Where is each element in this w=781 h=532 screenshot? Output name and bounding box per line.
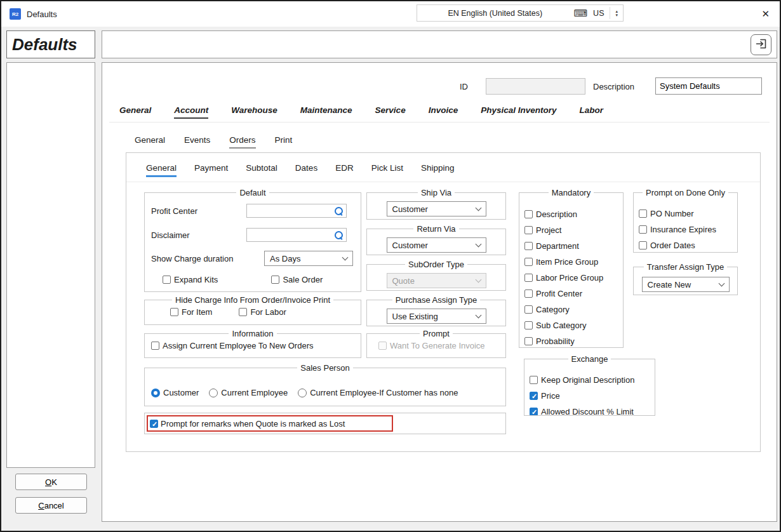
highlight-annotation: Prompt for remarks when Quote is marked … [147,415,393,432]
lost-quote-box: Prompt for remarks when Quote is marked … [144,413,506,434]
purchase-assign-type-group-title: Purchase Assign Type [392,295,480,305]
left-list-panel [6,62,95,468]
sale-order-label: Sale Order [283,275,323,284]
subtab-events[interactable]: Events [184,135,210,149]
language-label[interactable]: EN English (United States) [422,9,568,18]
exit-icon [755,37,768,52]
innertab-subtotal[interactable]: Subtotal [246,163,277,177]
mandatory-sub-category-checkbox[interactable] [524,321,533,329]
sales-person-group-title: Sales Person [297,363,352,373]
search-icon[interactable] [334,230,344,240]
mandatory-profit-center-checkbox[interactable] [524,289,533,298]
innertab-dates[interactable]: Dates [295,163,317,177]
ship-via-group: Ship Via Customer [366,188,506,220]
keep-original-description-checkbox[interactable] [530,376,538,384]
radio-customer-label: Customer [163,388,199,397]
cancel-button[interactable]: Cancel [15,497,87,514]
keyboard-layout-label[interactable]: US [593,9,604,18]
disclaimer-input[interactable] [246,228,347,242]
for-labor-checkbox[interactable] [239,308,247,316]
checkbox-label: Item Price Group [536,257,598,267]
hide-charge-group: Hide Charge Info From Order/Invoice Prin… [144,295,361,325]
language-options-icon[interactable]: ▴▾ [610,7,618,19]
return-via-select[interactable]: Customer [387,237,486,253]
show-charge-duration-label: Show Charge duration [151,254,264,263]
mandatory-item-price-group-checkbox[interactable] [524,258,533,266]
po-number-checkbox[interactable] [639,209,647,218]
show-charge-duration-select[interactable]: As Days [264,251,353,266]
chevron-down-icon [342,254,349,260]
radio-current-employee-if-none[interactable] [298,389,307,397]
lost-quote-label: Prompt for remarks when Quote is marked … [161,419,345,429]
allowed-discount-limit-checkbox[interactable] [530,408,538,416]
order-dates-checkbox[interactable] [639,241,647,249]
purchase-assign-type-select[interactable]: Use Existing [387,309,486,324]
language-bar[interactable]: EN English (United States) ⌨ US ▴▾ [417,4,624,22]
keyboard-icon[interactable]: ⌨ [573,8,587,18]
innertab-payment[interactable]: Payment [194,163,228,177]
price-checkbox[interactable] [530,392,538,400]
subtab-general[interactable]: General [135,135,165,149]
defaults-window: R2 Defaults EN English (United States) ⌨… [0,0,781,532]
insurance-expires-checkbox[interactable] [639,225,647,234]
id-field [486,78,585,95]
app-icon: R2 [10,8,21,20]
close-button[interactable]: ✕ [761,8,770,20]
suborder-type-value: Quote [392,276,415,286]
tab-maintenance[interactable]: Maintenance [300,105,352,119]
return-via-value: Customer [392,241,428,250]
expand-kits-label: Expand Kits [174,275,218,284]
tab-physical-inventory[interactable]: Physical Inventory [481,105,556,119]
checkbox-label: Insurance Expires [650,225,716,234]
ok-button[interactable]: OK [15,474,87,490]
prompt-group: Prompt Want To Generate Invoice [366,329,506,358]
innertab-pick-list[interactable]: Pick List [371,163,403,177]
tab-service[interactable]: Service [375,105,406,119]
prompt-group-title: Prompt [420,329,453,338]
default-group: Default Profit Center Disclaimer Show Ch… [144,188,361,292]
assign-current-employee-checkbox[interactable] [151,342,159,350]
profit-center-input[interactable] [246,204,347,218]
profit-center-field[interactable] [250,204,334,217]
search-icon[interactable] [334,206,344,216]
tab-invoice[interactable]: Invoice [429,105,458,119]
for-item-checkbox[interactable] [170,308,178,316]
checkbox-label: Labor Price Group [536,273,603,283]
innertab-general[interactable]: General [146,163,177,177]
lost-quote-checkbox[interactable] [150,420,158,428]
radio-current-employee-label: Current Employee [221,388,288,397]
chevron-down-icon [475,241,481,247]
prompt-on-done-group-title: Prompt on Done Only [643,188,728,197]
description-field[interactable] [655,77,762,95]
mandatory-description-checkbox[interactable] [524,210,533,218]
expand-kits-checkbox[interactable] [163,276,171,284]
ship-via-select[interactable]: Customer [387,201,486,216]
innertab-shipping[interactable]: Shipping [421,163,455,177]
transfer-assign-type-value: Create New [648,280,691,289]
tab-labor[interactable]: Labor [579,105,603,119]
mandatory-category-checkbox[interactable] [524,305,533,314]
mandatory-project-checkbox[interactable] [524,226,533,234]
checkbox-label: Allowed Discount % Limit [541,407,634,416]
subtab-print[interactable]: Print [275,135,293,149]
mandatory-labor-price-group-checkbox[interactable] [524,274,533,282]
default-group-title: Default [236,188,269,197]
sales-person-group: Sales Person Customer Current Employee C… [144,363,506,406]
title-bar: R2 Defaults EN English (United States) ⌨… [1,1,780,27]
radio-current-employee-if-none-label: Current Employee-If Customer has none [310,388,458,397]
tab-general[interactable]: General [119,105,151,119]
mandatory-department-checkbox[interactable] [524,242,533,250]
disclaimer-field[interactable] [250,229,334,241]
sale-order-checkbox[interactable] [271,276,279,284]
transfer-assign-type-select[interactable]: Create New [642,277,730,292]
subtab-orders[interactable]: Orders [229,135,255,149]
chevron-down-icon [718,280,724,286]
radio-customer[interactable] [151,389,160,397]
mandatory-probability-checkbox[interactable] [524,337,533,345]
information-group: Information Assign Current Employee To N… [144,329,361,358]
radio-current-employee[interactable] [209,389,218,397]
innertab-edr[interactable]: EDR [335,163,354,177]
exit-button[interactable] [751,34,771,55]
tab-account[interactable]: Account [174,105,208,119]
tab-warehouse[interactable]: Warehouse [231,105,277,119]
